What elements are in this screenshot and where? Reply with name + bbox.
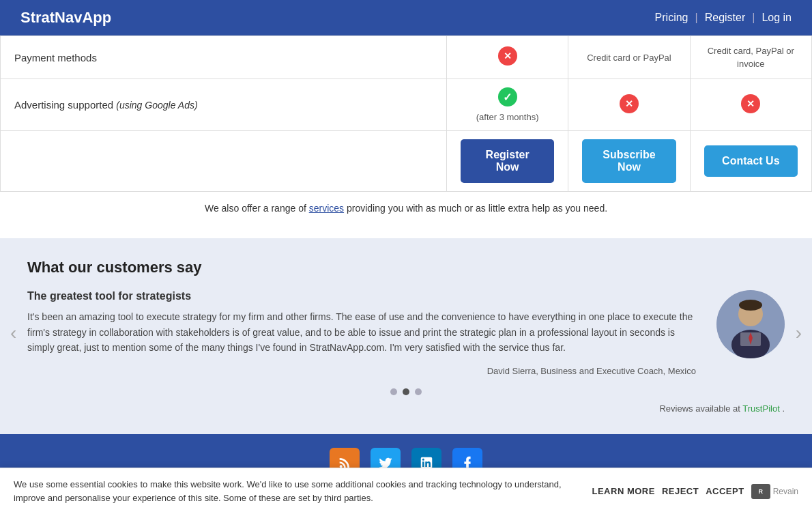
payment-col3: Credit card, PayPal or invoice	[690, 36, 811, 79]
testimonials-section: What our customers say ‹ The greatest to…	[0, 238, 812, 433]
cookie-banner: We use some essential cookies to make th…	[0, 468, 812, 491]
buttons-label-cell	[1, 131, 447, 192]
reject-button[interactable]: REJECT	[662, 486, 699, 491]
testimonial-text: It's been an amazing tool to execute str…	[27, 309, 696, 355]
table-row-buttons: Register Now SubscribeNow Contact Us	[1, 131, 812, 192]
register-link[interactable]: Register	[705, 12, 746, 24]
avatar-image	[716, 290, 785, 358]
testimonial-carousel: ‹ The greatest tool for strategists It's…	[27, 290, 785, 375]
register-now-button[interactable]: Register Now	[461, 139, 554, 183]
payment-col2: Credit card or PayPal	[568, 36, 690, 79]
table-row-payment: Payment methods Credit card or PayPal Cr…	[1, 36, 812, 79]
register-now-cell: Register Now	[446, 131, 568, 192]
dot-2[interactable]	[403, 388, 409, 395]
cross-icon-advertising-col3	[741, 94, 760, 113]
separator-1: |	[695, 12, 698, 24]
trustpilot-row: Reviews available at TrustPilot .	[27, 403, 785, 414]
carousel-dots	[27, 388, 785, 395]
header: StratNavApp Pricing | Register | Log in	[0, 0, 812, 35]
testimonial-box: The greatest tool for strategists It's b…	[27, 290, 785, 375]
login-link[interactable]: Log in	[762, 12, 792, 24]
pricing-table: Payment methods Credit card or PayPal Cr…	[0, 35, 812, 192]
main-nav: Pricing | Register | Log in	[655, 12, 792, 24]
testimonials-heading: What our customers say	[27, 259, 785, 276]
testimonial-title: The greatest tool for strategists	[27, 290, 696, 302]
table-row-advertising: Advertising supported (using Google Ads)…	[1, 79, 812, 131]
svg-point-5	[739, 300, 762, 311]
advertising-col1: (after 3 months)	[446, 79, 568, 131]
payment-methods-label: Payment methods	[1, 36, 447, 79]
advertising-col2	[568, 79, 690, 131]
accept-button[interactable]: ACCEPT	[706, 486, 744, 491]
contact-us-cell: Contact Us	[690, 131, 811, 192]
cookie-actions: LEARN MORE REJECT ACCEPT R Revain	[592, 484, 799, 491]
revain-label: Revain	[773, 487, 798, 491]
subscribe-now-button[interactable]: SubscribeNow	[582, 139, 676, 183]
revain-icon: R	[751, 484, 770, 491]
carousel-next-button[interactable]: ›	[789, 315, 809, 351]
dot-3[interactable]	[415, 388, 422, 395]
cross-icon-payment-col1	[498, 46, 517, 66]
contact-us-button[interactable]: Contact Us	[704, 145, 798, 177]
payment-col1	[446, 36, 568, 79]
cross-icon-advertising-col2	[620, 94, 639, 113]
services-link[interactable]: services	[309, 203, 344, 214]
pricing-link[interactable]: Pricing	[655, 12, 688, 24]
separator-2: |	[752, 12, 755, 24]
testimonial-content: The greatest tool for strategists It's b…	[27, 290, 696, 375]
carousel-prev-button[interactable]: ‹	[3, 315, 23, 351]
testimonial-author: David Sierra, Business and Executive Coa…	[27, 366, 696, 376]
trustpilot-link[interactable]: TrustPilot	[742, 403, 779, 414]
learn-more-button[interactable]: LEARN MORE	[592, 486, 655, 491]
subscribe-now-cell: SubscribeNow	[568, 131, 690, 192]
dot-1[interactable]	[390, 388, 397, 395]
revain-logo: R Revain	[751, 484, 798, 491]
services-row: We also offer a range of services provid…	[0, 192, 812, 225]
pricing-table-section: Payment methods Credit card or PayPal Cr…	[0, 35, 812, 238]
cookie-text: We use some essential cookies to make th…	[14, 478, 579, 491]
check-icon-advertising	[498, 87, 517, 106]
advertising-label: Advertising supported (using Google Ads)	[1, 79, 447, 131]
logo[interactable]: StratNavApp	[20, 9, 111, 27]
advertising-col3	[690, 79, 811, 131]
avatar	[716, 290, 785, 358]
